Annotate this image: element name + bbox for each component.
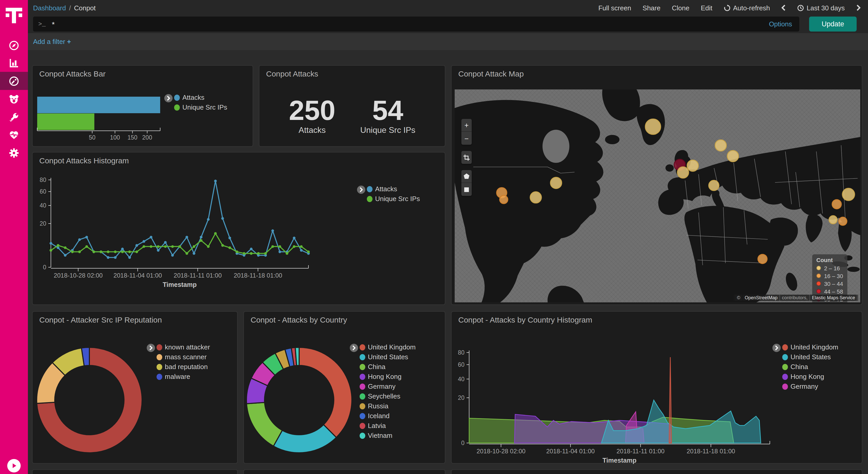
query-options-link[interactable]: Options [769,20,792,28]
edit-button[interactable]: Edit [701,4,712,11]
svg-text:80: 80 [458,349,464,356]
map-legend-item: 16 – 30 [816,272,843,279]
map-legend-item: 30 – 44 [816,279,843,287]
legend-label: Seychelles [368,392,400,400]
legend-item[interactable]: China [360,362,416,372]
ems-link[interactable]: Elastic Maps Service [810,295,857,301]
collapse-nav-button[interactable] [7,459,21,472]
legend-toggle[interactable] [147,344,155,352]
sidebar-item-dev-tools[interactable] [0,108,28,126]
legend-label: bad reputation [165,363,208,371]
sidebar-item-management[interactable] [0,144,28,162]
legend-item[interactable]: United States [360,352,416,362]
legend-item[interactable]: malware [157,372,210,382]
filter-bar: Add a filter + [28,33,868,50]
panel-title: Conpot - Attacker Src IP Reputation [39,315,162,324]
sidebar-item-monitoring[interactable] [0,126,28,144]
zoom-in-button[interactable]: + [461,119,472,132]
osm-link[interactable]: OpenStreetMap [743,295,779,301]
clone-button[interactable]: Clone [672,4,689,11]
legend-item[interactable]: Hong Kong [360,372,416,382]
bucket-color-dot [816,289,821,294]
legend-item[interactable]: Russia [360,401,416,411]
legend-item[interactable]: Unique Src IPs [367,194,420,204]
map-legend-item: 2 – 16 [816,264,843,272]
zoom-out-button[interactable]: − [461,132,472,145]
map-legend-title: Count [816,257,843,263]
polygon-icon [463,173,470,179]
legend-toggle[interactable] [772,344,781,352]
legend-color-dot [174,94,180,100]
draw-polygon-button[interactable] [461,170,472,183]
rectangle-icon [463,186,470,192]
refresh-icon [723,4,730,11]
legend-item[interactable]: Hong Kong [782,372,838,382]
gear-icon [8,147,20,158]
sidebar-item-dashboard[interactable] [0,72,28,90]
legend-item[interactable]: bad reputation [157,362,210,372]
auto-refresh-button[interactable]: Auto-refresh [723,4,770,11]
sidebar [0,0,28,474]
legend-label: known attacker [165,343,210,351]
svg-text:40: 40 [39,202,46,209]
sidebar-item-discover[interactable] [0,36,28,54]
legend-item[interactable]: known attacker [157,342,210,352]
legend-item[interactable]: United Kingdom [360,342,416,352]
legend-toggle[interactable] [164,94,173,102]
legend-color-dot [157,344,162,350]
metric-attacks: 250 Attacks [289,96,335,135]
legend-color-dot [360,393,365,399]
draw-rect-button[interactable] [461,183,472,196]
legend-color-dot [367,186,373,192]
legend-item[interactable]: Germany [360,382,416,391]
legend-item[interactable]: Germany [782,382,838,391]
metric-label: Attacks [289,126,335,135]
svg-text:2018-11-18 01:00: 2018-11-18 01:00 [234,272,282,279]
full-screen-button[interactable]: Full screen [598,4,631,11]
legend-color-dot [782,374,788,380]
time-prev-button[interactable] [781,5,786,11]
legend-toggle[interactable] [350,344,358,352]
legend-item[interactable]: United States [782,352,838,362]
panel-title: Conpot Attacks Bar [39,69,106,78]
legend-item[interactable]: China [782,362,838,372]
legend-item[interactable]: Vietnam [360,431,416,440]
legend-label: Germany [790,383,818,390]
legend-color-dot [360,413,365,419]
legend-item[interactable]: Seychelles [360,391,416,401]
sidebar-item-visualize[interactable] [0,54,28,72]
breadcrumb-dashboard-link[interactable]: Dashboard [33,4,66,11]
world-map[interactable]: + − Count 2 – 1616 – 3030 – 4444 – 5858 … [455,89,860,302]
legend-item[interactable]: United Kingdom [782,342,838,352]
share-button[interactable]: Share [643,4,660,11]
legend-item[interactable]: Iceland [360,411,416,421]
chevron-left-icon [781,5,786,11]
update-button[interactable]: Update [809,17,857,32]
legend-label: Russia [368,402,389,410]
breadcrumb-separator: / [69,4,71,11]
legend-toggle[interactable] [357,185,365,194]
panel-title: Conpot - Attacks by Country [251,315,347,324]
heartbeat-icon [8,129,20,140]
timepicker-button[interactable]: Last 30 days [798,4,845,11]
svg-text:60: 60 [458,361,464,368]
search-input[interactable]: >_ * Options [33,17,799,32]
map-attribution: © OpenStreetMap contributors, Elastic Ma… [734,295,858,300]
legend-item[interactable]: Latvia [360,421,416,431]
chart-legend: known attackermass scannerbad reputation… [157,342,210,382]
legend-item[interactable]: Attacks [367,184,420,194]
sidebar-item-honeypot[interactable] [0,90,28,108]
time-next-button[interactable] [856,5,861,11]
legend-item[interactable]: Unique Src IPs [174,102,227,112]
map-crop-control [461,151,472,164]
crop-box-button[interactable] [461,151,472,164]
legend-label: United Kingdom [368,343,416,351]
legend-item[interactable]: mass scanner [157,352,210,362]
svg-text:20: 20 [458,394,464,401]
topbar: Dashboard / Conpot Full screen Share Clo… [28,0,868,16]
breadcrumb-current: Conpot [74,4,96,11]
metric-value: 54 [360,96,415,125]
add-filter-button[interactable]: Add a filter + [33,38,71,46]
map-legend-item: 44 – 58 [816,287,843,295]
legend-item[interactable]: Attacks [174,92,227,102]
